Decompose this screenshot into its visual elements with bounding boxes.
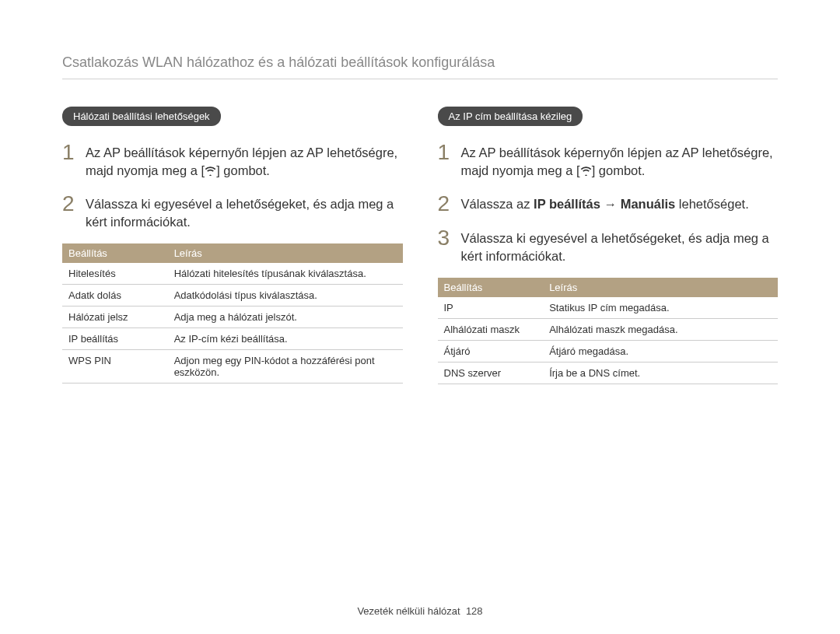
- left-step-1: 1 Az AP beállítások képernyőn lépjen az …: [62, 142, 403, 180]
- wifi-icon: [580, 163, 592, 180]
- table-cell: Alhálózati maszk megadása.: [543, 319, 778, 341]
- page-footer: Vezeték nélküli hálózat 128: [0, 605, 840, 617]
- step-number: 1: [438, 142, 452, 163]
- table-row: ÁtjáróÁtjáró megadása.: [438, 341, 779, 363]
- step-text: Válassza ki egyesével a lehetőségeket, é…: [461, 227, 779, 265]
- step-number: 2: [438, 193, 452, 215]
- table-row: IP beállításAz IP-cím kézi beállítása.: [62, 328, 403, 350]
- table-row: Adatk dolásAdatkódolási típus kiválasztá…: [62, 285, 403, 306]
- step-text: Válassza ki egyesével a lehetőségeket, é…: [86, 193, 403, 231]
- table-row: Hálózati jelszAdja meg a hálózati jelszó…: [62, 306, 403, 328]
- step-number: 1: [62, 142, 76, 163]
- table-cell: Alhálózati maszk: [438, 319, 544, 341]
- table-row: Alhálózati maszkAlhálózati maszk megadás…: [438, 319, 779, 341]
- left-step-2: 2 Válassza ki egyesével a lehetőségeket,…: [62, 193, 403, 231]
- section-pill-right: Az IP cím beállítása kézileg: [438, 107, 583, 126]
- table-row: WPS PINAdjon meg egy PIN-kódot a hozzáfé…: [62, 350, 403, 384]
- table-cell: Az IP-cím kézi beállítása.: [168, 328, 403, 350]
- table-row: HitelesítésHálózati hitelesítés típusána…: [62, 263, 403, 285]
- table-row: DNS szerverÍrja be a DNS címet.: [438, 363, 779, 384]
- table-row: IPStatikus IP cím megadása.: [438, 297, 779, 319]
- table-header-cell: Beállítás: [62, 243, 168, 263]
- table-header-cell: Leírás: [543, 278, 778, 297]
- right-step-1: 1 Az AP beállítások képernyőn lépjen az …: [438, 142, 779, 180]
- table-cell: DNS szerver: [438, 363, 544, 384]
- table-cell: Hálózati hitelesítés típusának kiválaszt…: [168, 263, 403, 285]
- table-cell: Adatkódolási típus kiválasztása.: [168, 285, 403, 306]
- right-step-3: 3 Válassza ki egyesével a lehetőségeket,…: [438, 227, 779, 265]
- step-text: Az AP beállítások képernyőn lépjen az AP…: [461, 142, 779, 180]
- right-column: Az IP cím beállítása kézileg 1 Az AP beá…: [438, 107, 779, 384]
- table-header-cell: Leírás: [168, 243, 403, 263]
- step-text: Válassza az IP beállítás → Manuális lehe…: [461, 193, 749, 213]
- right-step-2: 2 Válassza az IP beállítás → Manuális le…: [438, 193, 779, 215]
- table-cell: Adja meg a hálózati jelszót.: [168, 306, 403, 328]
- step-text-part: ] gombot.: [216, 163, 270, 177]
- table-cell: Hitelesítés: [62, 263, 168, 285]
- step-number: 3: [438, 227, 452, 249]
- table-cell: Adjon meg egy PIN-kódot a hozzáférési po…: [168, 350, 403, 384]
- step-number: 2: [62, 193, 76, 215]
- table-header-cell: Beállítás: [438, 278, 544, 297]
- table-cell: IP: [438, 297, 544, 319]
- wifi-icon: [205, 163, 216, 180]
- table-cell: IP beállítás: [62, 328, 168, 350]
- table-cell: Statikus IP cím megadása.: [543, 297, 778, 319]
- step-text-part: lehetőséget.: [675, 197, 749, 211]
- arrow-icon: →: [600, 197, 621, 211]
- step-text: Az AP beállítások képernyőn lépjen az AP…: [86, 142, 403, 180]
- table-cell: Hálózati jelsz: [62, 306, 168, 328]
- footer-page-number: 128: [466, 605, 483, 617]
- step-text-bold: IP beállítás: [534, 197, 600, 211]
- left-table: Beállítás Leírás HitelesítésHálózati hit…: [62, 243, 403, 384]
- step-text-bold: Manuális: [621, 197, 676, 211]
- table-cell: Adatk dolás: [62, 285, 168, 306]
- page-content: Csatlakozás WLAN hálózathoz és a hálózat…: [0, 0, 840, 423]
- table-cell: Írja be a DNS címet.: [543, 363, 778, 384]
- left-column: Hálózati beállítási lehetőségek 1 Az AP …: [62, 107, 403, 384]
- footer-category: Vezeték nélküli hálózat: [357, 605, 460, 617]
- page-header: Csatlakozás WLAN hálózathoz és a hálózat…: [62, 54, 778, 79]
- table-cell: WPS PIN: [62, 350, 168, 384]
- columns: Hálózati beállítási lehetőségek 1 Az AP …: [62, 107, 778, 384]
- section-pill-left: Hálózati beállítási lehetőségek: [62, 107, 221, 126]
- table-cell: Átjáró: [438, 341, 544, 363]
- table-cell: Átjáró megadása.: [543, 341, 778, 363]
- right-table: Beállítás Leírás IPStatikus IP cím megad…: [438, 278, 779, 384]
- step-text-part: Válassza az: [461, 197, 534, 211]
- step-text-part: ] gombot.: [592, 163, 646, 177]
